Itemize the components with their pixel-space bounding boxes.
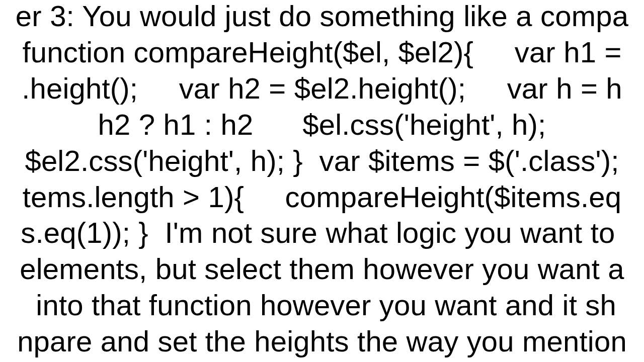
answer-text-block: er 3: You would just do something like a…: [0, 0, 644, 359]
